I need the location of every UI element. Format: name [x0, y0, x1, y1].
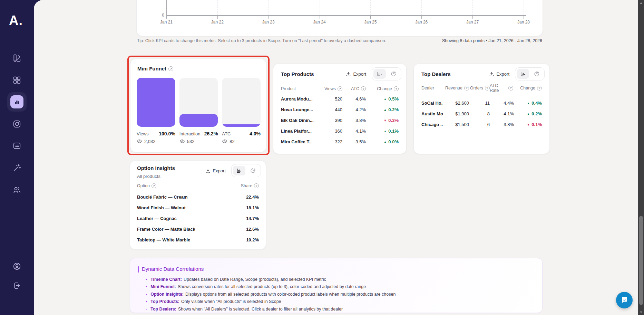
table-row[interactable]: Nova Lounge... 440 4.2% ▲0.2% — [281, 104, 399, 115]
export-button[interactable]: Export — [489, 71, 509, 77]
pie-view-button[interactable] — [530, 69, 543, 79]
col-header-atc: ATC — [342, 86, 366, 91]
axis-tick — [472, 16, 473, 19]
export-button[interactable]: Export — [205, 168, 226, 173]
help-icon[interactable] — [338, 86, 342, 91]
sidebar-item-apps[interactable] — [12, 76, 21, 85]
option-insights-title: Option Insights — [137, 165, 175, 171]
logout-icon — [12, 281, 21, 290]
table-row[interactable]: Austin Mo... $1,900 8 4.1% ▲0.2% — [421, 108, 542, 119]
x-tick-label: Jan 21 — [153, 20, 180, 25]
stage-count: 82 — [230, 139, 234, 144]
swatches-icon — [12, 54, 21, 63]
pie-view-button[interactable] — [387, 69, 400, 79]
help-icon[interactable] — [508, 86, 513, 90]
download-icon — [205, 168, 211, 173]
funnel-bars — [137, 78, 261, 127]
list-item[interactable]: Frame Color — Matte Black12.6% — [137, 224, 259, 235]
table-row[interactable]: Aurora Modu... 520 4.6% ▲0.5% — [281, 94, 399, 104]
x-tick-label: Jan 26 — [408, 20, 435, 25]
correlation-bullet: Top Products:Only visible when "All prod… — [146, 298, 534, 306]
col-header-atc-rate: ATC Rate — [490, 83, 504, 93]
stage-count: 2,032 — [144, 139, 156, 144]
stage-rate: 100.0% — [159, 131, 175, 136]
col-header-views: Views — [322, 86, 342, 91]
funnel-fill — [179, 114, 218, 127]
sidebar-item-account[interactable] — [12, 262, 21, 271]
x-tick-label: Jan 25 — [357, 20, 384, 25]
bar-chart-icon — [10, 95, 23, 108]
top-dealers-card: Top Dealers Export Dealer Revenue Orders… — [413, 64, 550, 154]
table-row[interactable]: Elk Oak Dinin... 390 3.8% ▼0.3% — [281, 115, 399, 126]
sidebar-item-explore[interactable] — [12, 120, 21, 128]
funnel-stage-interaction[interactable] — [179, 78, 218, 127]
chat-launcher-button[interactable] — [616, 292, 633, 308]
help-icon[interactable] — [464, 86, 469, 90]
correlation-bullet: Mini Funnel:Shows conversion rates for a… — [146, 283, 534, 291]
change-arrow: ▼ — [383, 119, 387, 122]
table-row[interactable]: Chicago ... $1,500 6 3.8% ▼0.1% — [421, 119, 542, 130]
pie-chart-icon — [250, 168, 256, 173]
gridline — [217, 0, 218, 15]
list-item[interactable]: Tabletop — White Marble10.2% — [137, 235, 259, 245]
help-icon[interactable] — [152, 183, 156, 188]
main-content: 0 Jan 21 Jan 22 Jan 23 Jan 24 Jan 25 Jan — [34, 0, 644, 315]
col-header-option: Option — [137, 183, 156, 188]
correlations-panel: Dynamic Data Correlations Timeline Chart… — [130, 258, 543, 313]
correlations-title: Dynamic Data Correlations — [142, 266, 204, 272]
table-row[interactable]: Linea Platfor... 360 4.1% ▲0.1% — [281, 126, 399, 136]
axis-tick — [320, 16, 320, 19]
mini-funnel-title: Mini Funnel — [137, 66, 166, 71]
help-icon[interactable] — [485, 86, 490, 90]
x-tick-label: Jan 28 — [510, 20, 537, 25]
bar-view-button[interactable] — [233, 166, 245, 175]
sidebar-item-magic[interactable] — [12, 163, 21, 172]
bar-view-button[interactable] — [373, 69, 386, 79]
sidebar-item-users[interactable] — [12, 185, 21, 194]
eye-icon — [137, 139, 142, 144]
help-icon[interactable] — [168, 66, 173, 71]
funnel-stat-atc: ATC4.0% 82 — [222, 131, 261, 144]
scrollbar-thumb[interactable] — [639, 216, 643, 305]
bar-chart-icon — [520, 71, 526, 77]
change-arrow: ▲ — [383, 140, 387, 144]
col-header-orders: Orders — [469, 86, 490, 90]
table-row[interactable]: SoCal Ho... $2,600 11 4.4% ▲0.4% — [421, 98, 542, 108]
y-axis-zero-label: 0 — [156, 13, 164, 18]
help-icon[interactable] — [537, 86, 542, 90]
list-item[interactable]: Bouclé Fabric — Cream22.4% — [137, 192, 259, 202]
list-item[interactable]: Wood Finish — Walnut18.1% — [137, 202, 259, 213]
help-icon[interactable] — [394, 86, 399, 91]
axis-tick — [269, 16, 269, 19]
list-item[interactable]: Leather — Cognac14.7% — [137, 213, 259, 224]
stage-label: Interaction — [179, 131, 201, 136]
table-row[interactable]: Mira Coffee T... 322 3.5% ▲0.0% — [281, 136, 399, 147]
help-icon[interactable] — [254, 183, 259, 188]
app-logo: A. — [9, 13, 23, 28]
col-header-share: Share — [241, 183, 259, 188]
export-button[interactable]: Export — [346, 71, 366, 77]
pie-view-button[interactable] — [247, 166, 259, 175]
gridline — [269, 0, 269, 15]
sidebar-item-orders[interactable] — [12, 141, 21, 150]
sidebar-item-logout[interactable] — [12, 281, 21, 290]
col-header-dealer: Dealer — [421, 86, 443, 90]
funnel-stage-atc[interactable] — [222, 78, 261, 127]
scroll-up-arrow[interactable]: ▲ — [638, 1, 644, 4]
download-icon — [489, 71, 494, 77]
funnel-stage-views[interactable] — [137, 78, 175, 127]
sidebar-item-analytics[interactable] — [7, 92, 27, 112]
help-icon[interactable] — [361, 86, 366, 91]
change-arrow: ▲ — [527, 112, 530, 116]
chat-bubble-icon — [620, 296, 628, 305]
sidebar-item-swatches[interactable] — [12, 54, 21, 63]
chart-summary-text: Showing 8 data points • Jan 21, 2026 - J… — [442, 38, 542, 43]
scroll-down-arrow[interactable]: ▼ — [638, 311, 644, 314]
gridline — [472, 0, 473, 15]
bar-view-button[interactable] — [517, 69, 529, 79]
chart-footnote-row: Tip: Click KPI cards to change this metr… — [137, 38, 542, 43]
col-header-revenue: Revenue — [443, 86, 469, 90]
axis-tick — [421, 16, 422, 19]
x-tick-label: Jan 27 — [459, 20, 486, 25]
col-header-change: Change — [366, 86, 399, 91]
